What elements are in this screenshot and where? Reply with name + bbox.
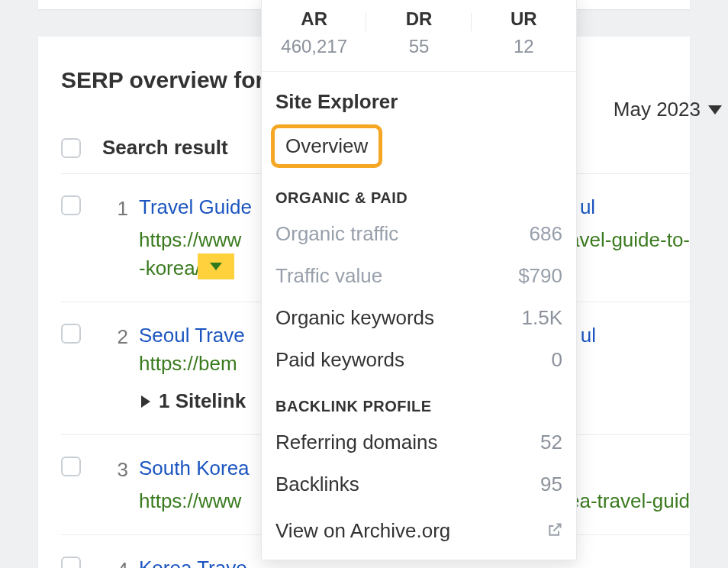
column-search-result[interactable]: Search result — [102, 136, 228, 160]
organic-traffic-item[interactable]: Organic traffic 686 — [262, 213, 576, 255]
result-title-link[interactable]: Seoul Trave — [139, 324, 245, 347]
overview-link[interactable]: Overview — [271, 124, 382, 168]
metric-ar[interactable]: AR 460,217 — [262, 8, 366, 57]
archive-org-link[interactable]: View on Archive.org — [262, 510, 576, 560]
external-link-icon — [547, 519, 562, 543]
metric-value: 460,217 — [262, 36, 366, 57]
select-all-checkbox[interactable] — [61, 138, 81, 158]
backlinks-item[interactable]: Backlinks 95 — [262, 463, 576, 505]
triangle-right-icon — [139, 395, 151, 408]
organic-paid-header: ORGANIC & PAID — [262, 173, 576, 213]
rank-number: 3 — [102, 457, 139, 482]
backlink-profile-header: BACKLINK PROFILE — [262, 381, 576, 421]
rank-number: 1 — [102, 195, 139, 221]
result-title-link[interactable]: ul — [580, 195, 595, 219]
referring-domains-item[interactable]: Referring domains 52 — [262, 421, 576, 463]
result-url[interactable]: https://www — [139, 228, 241, 252]
site-explorer-dropdown: AR 460,217 DR 55 UR 12 Site Explorer Ove… — [261, 0, 577, 560]
date-picker[interactable]: May 2023 — [614, 98, 728, 121]
rank-number: 4 — [102, 557, 139, 568]
chevron-down-icon — [708, 105, 722, 115]
rank-number: 2 — [102, 324, 139, 349]
row-checkbox[interactable] — [61, 324, 81, 344]
result-url[interactable]: -korea/ — [139, 257, 201, 280]
traffic-value-item[interactable]: Traffic value $790 — [262, 255, 576, 297]
metric-dr[interactable]: DR 55 — [366, 8, 471, 57]
site-explorer-heading: Site Explorer — [262, 72, 576, 120]
metric-value: 55 — [366, 36, 471, 57]
row-checkbox[interactable] — [61, 457, 81, 476]
organic-keywords-item[interactable]: Organic keywords 1.5K — [262, 297, 576, 339]
date-label: May 2023 — [614, 98, 701, 121]
metric-ur[interactable]: UR 12 — [472, 8, 576, 57]
row-checkbox[interactable] — [61, 195, 81, 215]
result-url[interactable]: https://www — [139, 489, 241, 513]
metric-value: 12 — [472, 36, 576, 57]
chevron-down-icon — [210, 263, 222, 270]
metric-key: UR — [472, 8, 576, 30]
metrics-bar: AR 460,217 DR 55 UR 12 — [262, 0, 576, 72]
paid-keywords-item[interactable]: Paid keywords 0 — [262, 339, 576, 381]
result-title-link[interactable]: ul — [581, 324, 596, 347]
metric-key: DR — [366, 8, 471, 30]
row-checkbox[interactable] — [61, 557, 81, 568]
result-title-link[interactable]: Travel Guide — [139, 195, 252, 219]
url-dropdown-button[interactable] — [198, 253, 234, 279]
metric-key: AR — [262, 8, 366, 30]
